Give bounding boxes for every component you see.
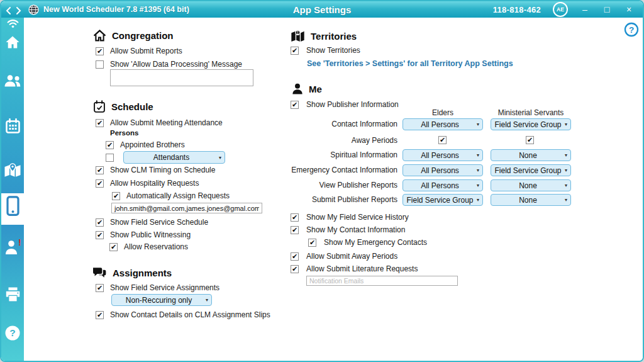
setting-auto-assign-requests: ✔ Automatically Assign Requests	[112, 191, 230, 201]
checkbox[interactable]: ✔	[106, 141, 114, 149]
setting-label: Show My Field Service History	[306, 213, 409, 222]
section-territories: Territories	[291, 29, 357, 43]
section-title: Me	[309, 84, 322, 94]
sidebar-item-home[interactable]	[1, 31, 24, 54]
territories-settings-link[interactable]: See 'Territories > Settings' for all Ter…	[307, 59, 513, 68]
grid-label-emergency-contact: Emergency Contact Information	[275, 164, 397, 176]
dropdown-value: All Persons	[403, 181, 477, 190]
checkbox[interactable]: ✔	[96, 166, 104, 174]
setting-label: Allow Submit Meeting Attendance	[110, 118, 223, 127]
attendants-dropdown[interactable]: Attendants ▾	[123, 151, 225, 164]
setting-label: Allow Hospitality Requests	[110, 179, 199, 188]
view-reports-elders-dropdown[interactable]: All Persons▾	[402, 179, 483, 191]
recurrence-dropdown[interactable]: Non-Reccuring only ▾	[111, 294, 212, 306]
dropdown-value: Field Service Group	[491, 166, 565, 175]
setting-label: Allow Submit Reports	[110, 47, 182, 55]
checkbox[interactable]: ✔	[291, 226, 299, 234]
spiritual-info-ms-dropdown[interactable]: None▾	[491, 149, 571, 161]
section-schedule: Schedule	[93, 99, 153, 113]
sidebar-item-person-alert[interactable]: !	[1, 235, 24, 258]
setting-allow-submit-away: ✔ Allow Submit Away Periods	[291, 251, 397, 261]
chevron-down-icon: ▾	[565, 122, 567, 127]
sidebar-item-calendar[interactable]	[1, 115, 24, 137]
emergency-contact-elders-dropdown[interactable]: All Persons▾	[402, 164, 483, 176]
setting-appointed-brothers: ✔ Appointed Brothers	[106, 140, 185, 150]
close-button[interactable]: ×	[624, 5, 634, 14]
sidebar: ! ?	[1, 18, 24, 361]
help-icon[interactable]: ?	[624, 22, 639, 37]
page-title: App Settings	[293, 1, 352, 18]
sidebar-item-print[interactable]	[1, 283, 24, 305]
setting-show-clm-timing: ✔ Show CLM Timing on Schedule	[96, 165, 215, 175]
checkbox[interactable]: ✔	[291, 252, 299, 261]
setting-label: Allow Reservations	[124, 242, 188, 251]
checkbox[interactable]: ✔	[291, 47, 299, 55]
sidebar-item-territories[interactable]	[1, 159, 24, 182]
svg-text:?: ?	[9, 327, 15, 338]
dropdown-value: Non-Reccuring only	[112, 296, 206, 305]
setting-label: Automatically Assign Requests	[126, 191, 230, 200]
setting-label: Allow Submit Away Periods	[306, 252, 397, 261]
account-badge[interactable]: AE	[553, 2, 568, 17]
setting-label: Show Field Service Schedule	[110, 218, 208, 227]
maximize-button[interactable]: □	[602, 5, 612, 14]
persons-group-label: Persons	[110, 129, 138, 137]
submit-reports-ms-dropdown[interactable]: None▾	[491, 194, 571, 206]
chevron-down-icon: ▾	[477, 167, 479, 173]
territory-map-icon	[291, 30, 305, 42]
svg-text:?: ?	[629, 25, 634, 35]
setting-allow-submit-reports: ✔ Allow Submit Reports	[96, 46, 182, 56]
setting-label: Show Public Witnessing	[110, 230, 191, 239]
globe-icon	[28, 4, 39, 15]
grid-label-submit-publisher-reports: Submit Publisher Reports	[275, 194, 397, 206]
setting-show-fs-assignments: ✔ Show Field Service Assignments	[96, 283, 219, 293]
checkbox[interactable]	[106, 154, 114, 162]
away-periods-elders-checkbox[interactable]: ✔	[438, 136, 447, 144]
emergency-contact-ms-dropdown[interactable]: Field Service Group▾	[491, 164, 571, 176]
dropdown-value: None	[491, 151, 565, 160]
checkbox[interactable]: ✔	[96, 231, 104, 239]
checkbox[interactable]: ✔	[291, 265, 299, 273]
checkbox[interactable]: ✔	[109, 243, 118, 251]
setting-show-my-fs-history: ✔ Show My Field Service History	[291, 212, 409, 222]
dropdown-value: All Persons	[403, 151, 477, 160]
view-reports-ms-dropdown[interactable]: None▾	[491, 179, 571, 191]
section-congregation: Congregation	[93, 28, 174, 42]
checkbox[interactable]: ✔	[96, 311, 104, 319]
setting-label: Show 'Allow Data Processing' Message	[110, 60, 242, 69]
chevron-down-icon: ▾	[477, 183, 479, 188]
checkbox[interactable]: ✔	[291, 213, 299, 222]
checkbox[interactable]: ✔	[291, 101, 299, 109]
sidebar-item-persons[interactable]	[1, 69, 24, 92]
submit-reports-elders-dropdown[interactable]: Field Service Group▾	[402, 194, 483, 206]
setting-label: Allow Submit Literature Requests	[306, 264, 418, 273]
chevron-down-icon: ▾	[219, 155, 221, 161]
dropdown-value: Field Service Group	[491, 120, 565, 129]
data-processing-message-input[interactable]	[110, 69, 253, 86]
spiritual-info-elders-dropdown[interactable]: All Persons▾	[402, 149, 483, 161]
sidebar-item-help[interactable]: ?	[1, 322, 24, 344]
notification-emails-input[interactable]	[306, 276, 458, 286]
checkbox[interactable]: ✔	[96, 179, 104, 188]
setting-show-data-processing: Show 'Allow Data Processing' Message	[96, 59, 242, 69]
checkbox[interactable]: ✔	[96, 218, 104, 227]
setting-label: Show Contact Details on CLM Assignment S…	[110, 310, 270, 319]
grid-label-contact-information: Contact Information	[275, 118, 397, 130]
checkbox[interactable]: ✔	[112, 192, 120, 200]
minimize-button[interactable]: –	[580, 5, 590, 14]
section-assignments: Assignments	[92, 266, 172, 280]
contact-info-ms-dropdown[interactable]: Field Service Group▾	[491, 118, 571, 130]
checkbox[interactable]	[96, 60, 104, 69]
contact-info-elders-dropdown[interactable]: All Persons▾	[402, 118, 483, 130]
checkbox[interactable]: ✔	[96, 119, 104, 127]
dropdown-value: Attendants	[124, 153, 219, 162]
checkbox[interactable]: ✔	[96, 284, 104, 292]
sidebar-item-mobile-app[interactable]	[1, 195, 24, 217]
checkbox[interactable]: ✔	[96, 47, 104, 55]
section-title: Congregation	[112, 30, 174, 41]
checkbox[interactable]: ✔	[308, 239, 316, 247]
away-periods-ms-checkbox[interactable]: ✔	[526, 136, 534, 144]
setting-label: Appointed Brothers	[120, 140, 185, 149]
hospitality-emails-input[interactable]	[111, 203, 262, 213]
app-window: New World Scheduler 7.8 #1395 (64 bit) A…	[0, 0, 644, 362]
